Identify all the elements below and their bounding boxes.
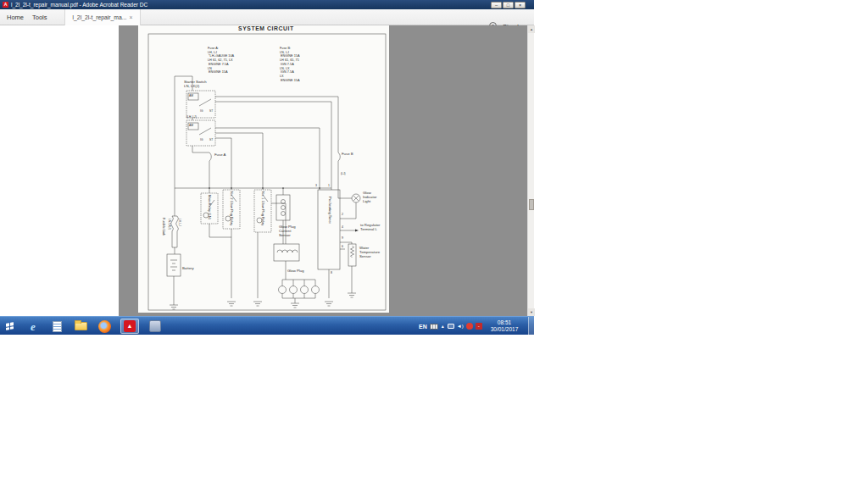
app-icon	[149, 320, 161, 332]
taskbar-ie-button[interactable]: e	[24, 319, 42, 334]
lj-tag: (LJ)	[341, 172, 346, 175]
current-sensor-label: Glow Plug Current Sensor	[279, 225, 296, 238]
fuse-a-label: Fuse A	[214, 153, 225, 158]
window-title: l_2l_2l-t_repair_manual.pdf - Adobe Acro…	[11, 2, 147, 8]
security-icon[interactable]: -	[476, 323, 482, 330]
tools-tab[interactable]: Tools	[32, 14, 47, 21]
taskbar-firefox-button[interactable]	[95, 319, 114, 334]
show-desktop-button[interactable]	[528, 317, 534, 336]
taskbar-document-button[interactable]	[47, 319, 66, 334]
acrobat-reader-icon: ▲	[124, 320, 136, 332]
internet-explorer-icon: e	[31, 321, 36, 332]
taskbar-explorer-button[interactable]	[71, 319, 90, 334]
pin-2: 2	[342, 213, 343, 216]
link2-tag: LH, LJ	[178, 219, 181, 226]
close-button[interactable]: ×	[515, 2, 526, 8]
clock-date: 30/01/2017	[483, 326, 526, 333]
am1-label: AM	[189, 94, 193, 97]
system-tray: EN ▲ ◄) -	[419, 317, 482, 336]
firefox-icon	[98, 320, 111, 333]
window-titlebar: A l_2l_2l-t_repair_manual.pdf - Adobe Ac…	[0, 0, 534, 9]
document-tab[interactable]: l_2l_2l-t_repair_ma... ×	[64, 9, 141, 25]
pdf-page: SYSTEM CIRCUIT Fuse A: LH, LJ *LH–GAUGE …	[138, 25, 389, 313]
switch2-tag: (LH, LJ)	[186, 115, 197, 119]
screen: A l_2l_2l-t_repair_manual.pdf - Adobe Ac…	[0, 0, 868, 488]
pin-4: 4	[342, 225, 343, 229]
speaker-icon[interactable]: ◄)	[457, 324, 464, 329]
no1-relay-label: No. 1 Glow Plug Relay	[261, 191, 265, 225]
fuse-b-label: Fuse B	[342, 152, 353, 157]
starter-switch-label: Starter Switch LN, LX(J)	[184, 80, 207, 89]
notification-icon[interactable]	[466, 323, 473, 330]
regulator-label: to Regulator Terminal L	[360, 224, 380, 232]
main-relay-label: Main Relay (LN)	[208, 195, 212, 219]
acrobat-app-icon: A	[3, 2, 8, 8]
scrollbar-thumb[interactable]	[529, 199, 534, 210]
glow-indicator-label: Glow Indicator Light	[363, 191, 376, 204]
pin-3: 3	[315, 184, 317, 187]
fuse-a-legend: Fuse A: LH, LJ *LH–GAUGE 10A LH 61, 62, …	[208, 47, 234, 75]
st2-label: ST	[209, 138, 213, 141]
circuit-grounds	[170, 293, 356, 309]
document-tab-label: l_2l_2l-t_repair_ma...	[73, 14, 127, 20]
vertical-scrollbar[interactable]: ▲ ▼	[527, 25, 534, 316]
st1-label: ST	[209, 109, 213, 113]
water-temp-label: Water Temperature Sensor	[359, 247, 380, 259]
language-indicator[interactable]: EN	[419, 324, 427, 330]
taskbar-clock[interactable]: 08:51 30/01/2017	[483, 319, 526, 333]
battery-label: Battery	[182, 267, 194, 271]
toolbar: Home Tools l_2l_2l-t_repair_ma... × ? Si…	[0, 9, 534, 25]
glow-plug-label: Glow Plug	[287, 269, 304, 274]
pin-8: 8	[331, 271, 332, 274]
tab-close-icon[interactable]: ×	[129, 14, 132, 20]
pin-6: 6	[342, 245, 343, 248]
home-tab[interactable]: Home	[7, 14, 24, 21]
start-button[interactable]	[3, 319, 17, 333]
taskbar-app-button[interactable]	[146, 319, 164, 334]
network-icon[interactable]	[448, 324, 454, 329]
link1-tag: LN, LX(J)	[168, 219, 171, 230]
circuit-svg	[138, 25, 389, 313]
minimize-button[interactable]: –	[491, 2, 502, 8]
fuse-b-legend: Fuse B: LN, LJ ENGINE 15A LH 61, 65, 71 …	[280, 47, 299, 83]
ig1-label: IG	[200, 109, 203, 113]
taskbar: e ▲ EN ▲ ◄) - 08:51 30/01/2017	[0, 316, 534, 335]
document-icon	[53, 321, 62, 332]
am2-label: AM	[189, 124, 193, 127]
pin-1: 1	[328, 184, 330, 187]
pin-9: 9	[342, 236, 343, 240]
preheating-timer-label: Pre-heating Timer	[328, 197, 332, 224]
windows-flag-icon	[6, 322, 14, 330]
no2-relay-label: No. 2 Glow Plug Relay	[230, 191, 234, 225]
fusible-link-label: Fusible Link	[162, 218, 166, 236]
maximize-button[interactable]: □	[503, 2, 514, 8]
folder-icon	[75, 322, 87, 330]
taskbar-acrobat-button[interactable]: ▲	[120, 319, 139, 334]
left-panel	[0, 25, 119, 316]
tray-expand-icon[interactable]: ▲	[441, 324, 445, 329]
scroll-down-button[interactable]: ▼	[528, 308, 535, 316]
scroll-up-button[interactable]: ▲	[528, 25, 535, 33]
diagram-title: SYSTEM CIRCUIT	[238, 25, 294, 31]
keyboard-icon[interactable]	[430, 324, 438, 330]
clock-time: 08:51	[483, 319, 526, 326]
ig2-label: IG	[200, 138, 203, 141]
